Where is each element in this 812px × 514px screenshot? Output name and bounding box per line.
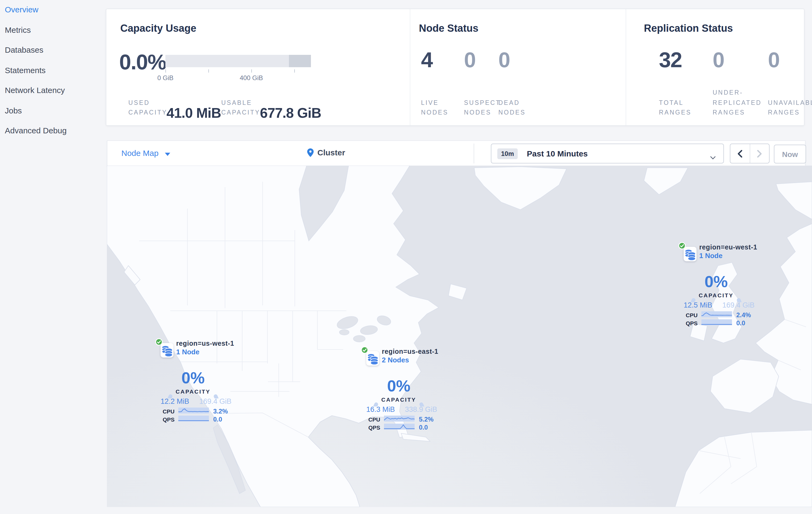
cpu-label: CPU [678, 312, 698, 318]
axis-tick [251, 70, 252, 73]
qps-row: QPS 0.0 [155, 415, 236, 423]
used-capacity-label: USED CAPACITY [128, 98, 166, 118]
live-nodes-count: 4 [421, 48, 433, 72]
used-capacity-value: 41.0 MiB [167, 105, 221, 121]
qps-label: QPS [678, 320, 698, 326]
region-marker-eu-west-1[interactable]: region=eu-west-1 1 Node 0% CAPACITY 12.5… [678, 242, 759, 329]
capacity-range: 12.5 MiB 169.4 GiB [684, 301, 755, 309]
region-marker-us-east-1[interactable]: region=us-east-1 2 Nodes 0% CAPACITY 16.… [361, 346, 441, 433]
region-label: region=us-east-1 [382, 348, 438, 355]
total-ranges-label: TOTAL RANGES [659, 98, 697, 118]
axis-tick [294, 70, 295, 73]
region-nodes-link[interactable]: 2 Nodes [382, 356, 409, 364]
region-nodes-link[interactable]: 1 Node [699, 252, 723, 260]
region-marker-us-west-1[interactable]: region=us-west-1 1 Node 0% CAPACITY 12.2… [155, 338, 236, 425]
qps-sparkline [701, 319, 732, 325]
cpu-label: CPU [155, 408, 175, 414]
unavailable-count: 0 [768, 48, 780, 72]
time-range-badge: 10m [497, 148, 518, 159]
sidebar-item-databases[interactable]: Databases [5, 44, 106, 64]
capacity-other-segment [289, 55, 311, 67]
breadcrumb-label: Cluster [317, 148, 345, 157]
map-toolbar: Node Map Cluster 10m Past 10 Minutes Now [107, 140, 806, 167]
qps-row: QPS 0.0 [361, 424, 441, 431]
capacity-used: 12.2 MiB [161, 397, 189, 405]
capacity-usage-bar [166, 55, 311, 67]
view-selector-dropdown[interactable]: Node Map [121, 148, 170, 158]
capacity-used: 12.5 MiB [684, 301, 713, 309]
qps-row: QPS 0.0 [678, 319, 759, 326]
region-label: region=us-west-1 [176, 340, 234, 347]
chevron-down-icon [710, 152, 716, 162]
qps-value: 0.0 [736, 319, 745, 327]
step-back-button[interactable] [730, 144, 750, 163]
toolbar-divider [474, 143, 474, 163]
qps-label: QPS [155, 416, 175, 423]
breadcrumb[interactable]: Cluster [307, 148, 345, 159]
cpu-label: CPU [361, 416, 380, 423]
axis-tick-label: 0 GiB [149, 74, 181, 82]
qps-value: 0.0 [213, 415, 222, 423]
cpu-row: CPU 3.2% [155, 408, 236, 414]
chevron-down-icon [165, 153, 170, 156]
capacity-usage-title: Capacity Usage [120, 23, 196, 34]
dead-nodes-label: DEAD NODES [498, 98, 532, 118]
cpu-value: 3.2% [213, 408, 228, 415]
live-nodes-label: LIVE NODES [421, 98, 454, 118]
cpu-sparkline [384, 415, 414, 422]
time-step-buttons [730, 143, 770, 163]
region-label: region=eu-west-1 [699, 244, 757, 251]
cpu-row: CPU 5.2% [361, 415, 441, 423]
sidebar-item-metrics[interactable]: Metrics [5, 23, 106, 44]
capacity-percent: 0% [155, 369, 231, 387]
cpu-row: CPU 2.4% [678, 311, 759, 318]
step-forward-button[interactable] [750, 144, 769, 163]
sidebar-item-advanced-debug[interactable]: Advanced Debug [5, 124, 106, 144]
qps-label: QPS [361, 424, 380, 431]
axis-tick-label: 400 GiB [235, 74, 267, 82]
usable-capacity-label: USABLE CAPACITY [221, 98, 264, 118]
capacity-used: 16.3 MiB [366, 405, 395, 413]
world-map [107, 166, 812, 507]
time-range-label: Past 10 Minutes [527, 149, 588, 158]
replication-status-title: Replication Status [644, 23, 733, 34]
capacity-total: 169.4 GiB [722, 301, 755, 309]
capacity-range: 16.3 MiB 338.9 GiB [366, 405, 437, 413]
section-divider [626, 9, 626, 125]
sidebar: Overview Metrics Databases Statements Ne… [0, 0, 106, 514]
qps-sparkline [384, 424, 414, 430]
node-map: region=us-west-1 1 Node 0% CAPACITY 12.2… [107, 166, 812, 507]
capacity-total: 338.9 GiB [405, 405, 437, 413]
capacity-percent: 0% [361, 377, 437, 395]
view-selector-label: Node Map [121, 148, 158, 158]
region-nodes-link[interactable]: 1 Node [176, 348, 200, 356]
cpu-sparkline [701, 311, 732, 317]
sidebar-item-jobs[interactable]: Jobs [5, 104, 106, 124]
usable-capacity-value: 677.8 GiB [260, 105, 321, 121]
capacity-label: CAPACITY [361, 396, 437, 403]
under-replicated-count: 0 [713, 48, 724, 72]
dead-nodes-count: 0 [498, 48, 510, 72]
cluster-summary-card: Capacity Usage 0.0% 0 GiB 400 GiB USED C… [106, 8, 805, 126]
cpu-sparkline [178, 408, 209, 413]
capacity-usage-percent: 0.0% [119, 50, 166, 74]
location-pin-icon [307, 148, 314, 159]
axis-tick [208, 70, 209, 73]
node-status-title: Node Status [419, 23, 478, 34]
sidebar-item-overview[interactable]: Overview [5, 3, 106, 23]
section-divider [410, 9, 410, 125]
sidebar-item-network-latency[interactable]: Network Latency [5, 84, 106, 104]
unavailable-ranges-label: UNAVAILABLE RANGES [768, 98, 812, 118]
qps-value: 0.0 [419, 424, 428, 431]
now-button[interactable]: Now [774, 145, 806, 163]
cpu-value: 2.4% [736, 311, 751, 319]
capacity-label: CAPACITY [678, 292, 754, 298]
total-ranges-count: 32 [659, 48, 682, 72]
qps-sparkline [178, 415, 209, 422]
time-range-select[interactable]: 10m Past 10 Minutes [491, 143, 724, 163]
suspect-nodes-count: 0 [464, 48, 475, 72]
capacity-range: 12.2 MiB 169.4 GiB [161, 397, 231, 405]
sidebar-item-statements[interactable]: Statements [5, 64, 106, 84]
capacity-percent: 0% [678, 273, 754, 291]
under-replicated-label: UNDER-REPLICATED RANGES [713, 88, 762, 118]
